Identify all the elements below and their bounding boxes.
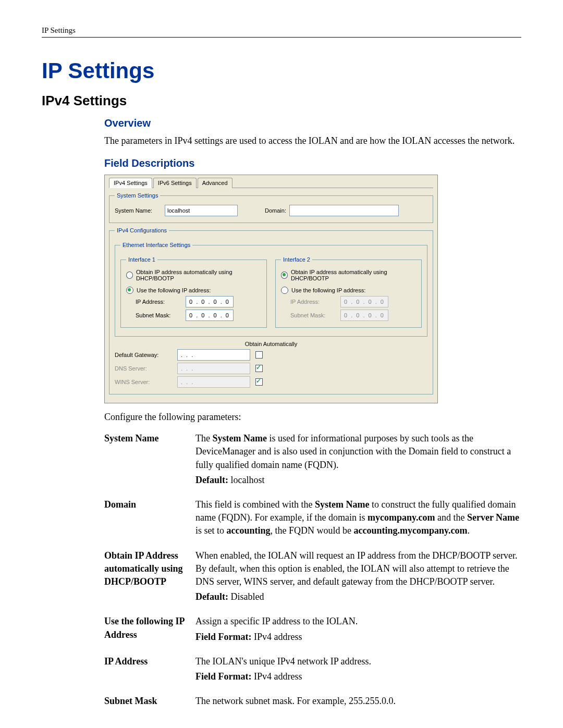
- param-domain: Domain This field is combined with the S…: [104, 498, 521, 540]
- iface1-ip-input[interactable]: 0 . 0 . 0 . 0: [186, 296, 234, 307]
- ipv4-config-group: IPv4 Configurations Ethernet Interface S…: [109, 227, 433, 394]
- iface1-mask-input[interactable]: 0 . 0 . 0 . 0: [186, 310, 234, 321]
- dns-auto-check[interactable]: [255, 365, 263, 372]
- iface2-ip-label: IP Address:: [290, 299, 337, 305]
- wins-auto-check[interactable]: [255, 378, 263, 386]
- system-settings-group: System Settings System Name: localhost D…: [109, 192, 433, 223]
- iface2-obtain-label: Obtain IP address automatically using DH…: [291, 269, 416, 281]
- eth-settings-legend: Ethernet Interface Settings: [120, 242, 192, 248]
- iface1-ip-label: IP Address:: [136, 299, 182, 305]
- iface2-ip-input: 0 . 0 . 0 . 0: [340, 296, 388, 307]
- tab-ipv6[interactable]: IPv6 Settings: [153, 178, 197, 188]
- gateway-input[interactable]: . . .: [177, 349, 250, 361]
- interface1-group: Interface 1 Obtain IP address automatica…: [120, 256, 267, 328]
- section-heading: IPv4 Settings: [42, 93, 521, 109]
- iface1-use-radio[interactable]: [126, 287, 133, 294]
- header-rule: [42, 37, 521, 38]
- wins-label: WINS Server:: [115, 379, 172, 385]
- interface2-legend: Interface 2: [281, 256, 312, 263]
- tab-ipv4[interactable]: IPv4 Settings: [109, 178, 152, 188]
- param-obtain: Obtain IP Address automatically using DH…: [104, 549, 521, 606]
- ipv4-config-legend: IPv4 Configurations: [115, 227, 169, 233]
- system-settings-legend: System Settings: [115, 192, 160, 199]
- interface2-group: Interface 2 Obtain IP address automatica…: [275, 256, 422, 328]
- field-desc-heading: Field Descriptions: [104, 157, 521, 169]
- running-header: IP Settings: [42, 26, 521, 35]
- interface1-legend: Interface 1: [126, 256, 157, 263]
- iface2-mask-label: Subnet Mask:: [290, 312, 337, 318]
- iface1-obtain-label: Obtain IP address automatically using DH…: [136, 269, 261, 281]
- dns-input: . . .: [177, 363, 250, 374]
- iface2-use-radio[interactable]: [281, 287, 288, 294]
- iface1-obtain-radio[interactable]: [126, 272, 133, 279]
- tab-advanced[interactable]: Advanced: [198, 178, 232, 188]
- param-usefollowing: Use the following IP Address Assign a sp…: [104, 615, 521, 645]
- param-ipaddress: IP Address The IOLAN's unique IPv4 netwo…: [104, 655, 521, 685]
- iface2-mask-input: 0 . 0 . 0 . 0: [340, 310, 388, 321]
- obtain-auto-header: Obtain Automatically: [115, 341, 427, 347]
- configure-text: Configure the following parameters:: [104, 412, 521, 423]
- dns-label: DNS Server:: [115, 365, 172, 372]
- gateway-label: Default Gateway:: [115, 352, 172, 358]
- system-name-input[interactable]: localhost: [165, 205, 238, 216]
- eth-settings-group: Ethernet Interface Settings Interface 1 …: [115, 242, 427, 337]
- iface1-mask-label: Subnet Mask:: [136, 312, 182, 318]
- domain-label: Domain:: [265, 207, 286, 214]
- gateway-auto-check[interactable]: [255, 351, 263, 359]
- domain-input[interactable]: [289, 205, 399, 216]
- system-name-label: System Name:: [115, 207, 162, 214]
- param-table: System Name The System Name is used for …: [104, 432, 521, 710]
- page-title: IP Settings: [42, 58, 521, 83]
- iface1-use-label: Use the following IP address:: [137, 287, 211, 293]
- param-system-name: System Name The System Name is used for …: [104, 432, 521, 489]
- settings-dialog: IPv4 Settings IPv6 Settings Advanced Sys…: [104, 175, 438, 403]
- overview-text: The parameters in IPv4 settings are used…: [104, 134, 521, 147]
- wins-input: . . .: [177, 376, 250, 388]
- tab-bar: IPv4 Settings IPv6 Settings Advanced: [109, 177, 433, 188]
- iface2-obtain-radio[interactable]: [281, 272, 288, 279]
- param-subnet: Subnet Mask The network subnet mask. For…: [104, 695, 521, 710]
- iface2-use-label: Use the following IP address:: [291, 287, 365, 293]
- overview-heading: Overview: [104, 117, 521, 129]
